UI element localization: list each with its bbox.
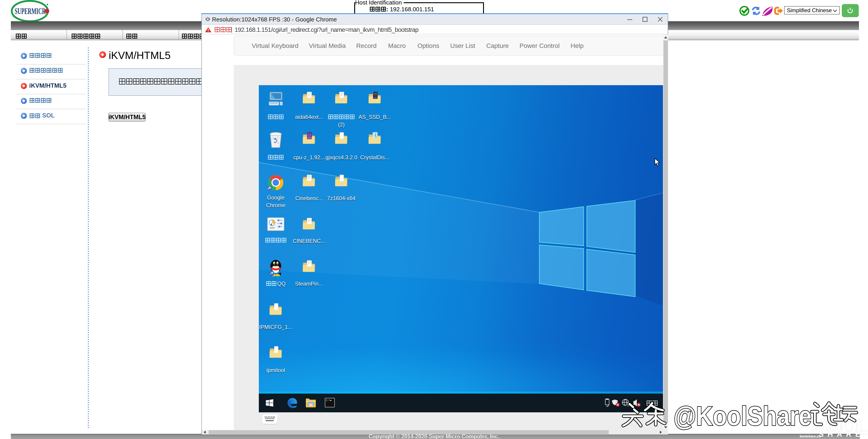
svg-text:@KoolShare: @KoolShare (674, 401, 811, 431)
svg-text:AS: AS (374, 93, 377, 95)
svg-text:C:\: C:\ (326, 399, 331, 402)
svg-text:SUPERMICR: SUPERMICR (15, 6, 46, 16)
